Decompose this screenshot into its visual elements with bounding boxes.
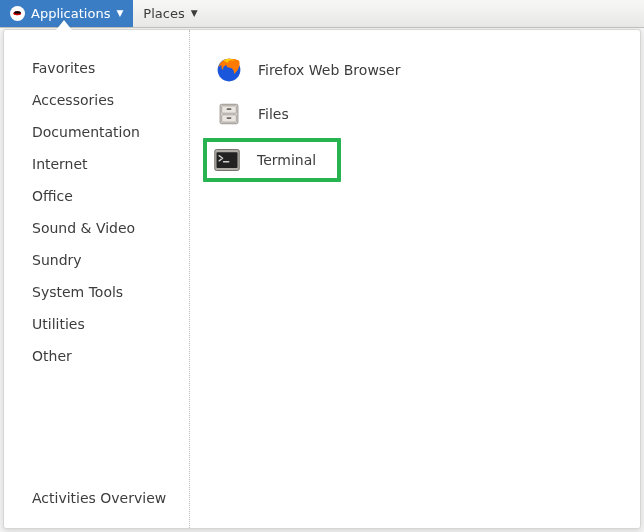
app-terminal[interactable]: Terminal xyxy=(203,138,341,182)
terminal-icon xyxy=(213,146,241,174)
sidebar-item-sundry[interactable]: Sundry xyxy=(32,244,181,276)
app-label: Files xyxy=(258,106,289,122)
applications-popup: Favorites Accessories Documentation Inte… xyxy=(3,29,641,529)
chevron-down-icon: ▼ xyxy=(191,9,198,18)
sidebar-item-sound-video[interactable]: Sound & Video xyxy=(32,212,181,244)
firefox-icon xyxy=(216,57,242,83)
sidebar-item-favorites[interactable]: Favorites xyxy=(32,52,181,84)
svg-rect-6 xyxy=(227,108,232,110)
category-sidebar: Favorites Accessories Documentation Inte… xyxy=(4,30,190,528)
file-cabinet-icon xyxy=(216,101,242,127)
places-menu[interactable]: Places ▼ xyxy=(133,0,207,27)
category-list: Favorites Accessories Documentation Inte… xyxy=(32,52,181,476)
sidebar-item-internet[interactable]: Internet xyxy=(32,148,181,180)
app-firefox[interactable]: Firefox Web Browser xyxy=(206,50,624,90)
sidebar-item-office[interactable]: Office xyxy=(32,180,181,212)
chevron-down-icon: ▼ xyxy=(116,9,123,18)
sidebar-item-other[interactable]: Other xyxy=(32,340,181,372)
sidebar-item-system-tools[interactable]: System Tools xyxy=(32,276,181,308)
sidebar-item-accessories[interactable]: Accessories xyxy=(32,84,181,116)
menu-pointer xyxy=(56,20,72,30)
app-label: Firefox Web Browser xyxy=(258,62,401,78)
app-label: Terminal xyxy=(257,152,316,168)
top-panel: Applications ▼ Places ▼ xyxy=(0,0,644,28)
svg-rect-7 xyxy=(227,117,232,119)
app-files[interactable]: Files xyxy=(206,94,624,134)
sidebar-item-utilities[interactable]: Utilities xyxy=(32,308,181,340)
app-list: Firefox Web Browser Files xyxy=(190,30,640,528)
places-label: Places xyxy=(143,6,184,21)
sidebar-item-documentation[interactable]: Documentation xyxy=(32,116,181,148)
activities-overview[interactable]: Activities Overview xyxy=(32,476,181,516)
redhat-icon xyxy=(10,6,25,21)
svg-point-1 xyxy=(14,11,21,13)
applications-label: Applications xyxy=(31,6,110,21)
